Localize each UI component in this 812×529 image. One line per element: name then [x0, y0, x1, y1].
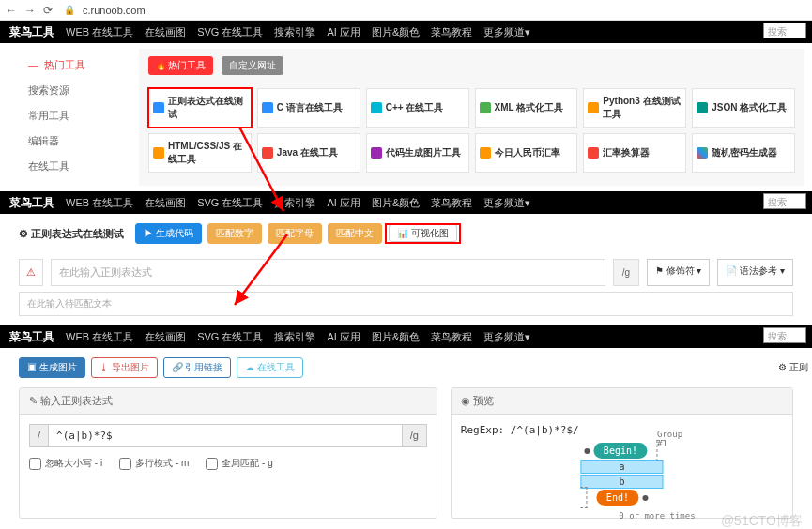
tool-py3[interactable]: Python3 在线测试工具 — [583, 88, 686, 128]
nav-item[interactable]: 菜鸟教程 — [431, 25, 472, 39]
flag-g[interactable]: 全局匹配 - g — [206, 457, 272, 470]
tool-regex[interactable]: 正则表达式在线测试 — [148, 88, 252, 128]
pwd-icon — [697, 147, 708, 159]
tag-hot[interactable]: 热门工具 — [148, 56, 213, 75]
sidebar-item[interactable]: 编辑器 — [28, 128, 131, 154]
brand[interactable]: 菜鸟工具 — [9, 329, 54, 345]
tool-pwd[interactable]: 随机密码生成器 — [692, 133, 795, 173]
tool-fx[interactable]: 汇率换算器 — [583, 133, 686, 173]
nav-reload-icon[interactable]: ⟳ — [43, 4, 53, 17]
flag-i[interactable]: 忽略大小写 - i — [29, 457, 102, 470]
flag-m[interactable]: 多行模式 - m — [119, 457, 189, 470]
match-cn-button[interactable]: 匹配中文 — [328, 223, 382, 244]
regex-value-input[interactable] — [49, 425, 402, 446]
nav-item[interactable]: 图片&颜色 — [372, 196, 420, 210]
address-url[interactable]: c.runoob.com — [83, 5, 806, 16]
sidebar-item[interactable]: 在线工具 — [28, 154, 131, 179]
nav-item[interactable]: SVG 在线工具 — [197, 196, 263, 210]
cpp-icon — [371, 102, 382, 113]
regex-icon — [153, 102, 164, 113]
sidebar-item-hot[interactable]: 热门工具 — [28, 53, 131, 78]
nav-item[interactable]: SVG 在线工具 — [197, 330, 263, 344]
tool-htmlcssjs[interactable]: HTML/CSS/JS 在线工具 — [148, 133, 252, 173]
nav-item[interactable]: WEB 在线工具 — [66, 196, 133, 210]
visual-button-highlight: 📊 可视化图 — [388, 226, 458, 241]
nav-item[interactable]: 图片&颜色 — [372, 25, 420, 39]
nav-search[interactable]: 搜索 — [763, 327, 806, 343]
regex-toolbar: 正则表达式在线测试 ▶ 生成代码 匹配数字 匹配字母 匹配中文 📊 可视化图 — [0, 214, 812, 253]
nav-item[interactable]: WEB 在线工具 — [66, 330, 133, 344]
match-alpha-button[interactable]: 匹配字母 — [268, 223, 322, 244]
brand[interactable]: 菜鸟工具 — [9, 24, 54, 40]
gen-img-button[interactable]: ▣ 生成图片 — [19, 357, 85, 378]
g-flag: /g — [613, 259, 639, 286]
nav-item[interactable]: AI 应用 — [327, 196, 360, 210]
end-node: End! — [597, 490, 638, 506]
nav-item[interactable]: AI 应用 — [327, 25, 360, 39]
nav-item[interactable]: 在线画图 — [145, 25, 186, 39]
tool-grid-area: 热门工具 自定义网址 正则表达式在线测试 C 语言在线工具 C++ 在线工具 X… — [139, 49, 804, 186]
tool-java[interactable]: Java 在线工具 — [257, 133, 360, 173]
regex-input[interactable]: 在此输入正则表达式 — [51, 259, 605, 286]
online-tool-button[interactable]: ☁ 在线工具 — [237, 357, 303, 378]
nav-item[interactable]: SVG 在线工具 — [197, 25, 263, 39]
nav-item[interactable]: AI 应用 — [327, 330, 360, 344]
nav-fwd-icon[interactable]: → — [24, 4, 36, 17]
nav-search[interactable]: 搜索 — [763, 23, 806, 38]
tool-json[interactable]: JSON 格式化工具 — [692, 88, 795, 128]
regex-tester-section: 正则表达式在线测试 ▶ 生成代码 匹配数字 匹配字母 匹配中文 📊 可视化图 ⚠… — [0, 214, 812, 316]
nav-item[interactable]: WEB 在线工具 — [66, 25, 133, 39]
top-nav-3: 菜鸟工具 WEB 在线工具 在线画图 SVG 在线工具 搜索引擎 AI 应用 图… — [0, 325, 812, 348]
match-number-button[interactable]: 匹配数字 — [207, 223, 262, 244]
token-b: b — [581, 475, 663, 489]
java-icon — [262, 147, 273, 159]
slash-left: / — [30, 425, 49, 446]
tool-cpp[interactable]: C++ 在线工具 — [366, 88, 469, 128]
visualizer-section: ▣ 生成图片 ⭳ 导出图片 🔗 引用链接 ☁ 在线工具 ⚙ 正则 输入正则表达式… — [0, 348, 812, 529]
nav-item[interactable]: 更多频道▾ — [483, 196, 530, 210]
start-dot — [585, 448, 590, 454]
regex-title: 正则表达式在线测试 — [19, 227, 124, 241]
tool-xml[interactable]: XML 格式化工具 — [475, 88, 578, 128]
json-icon — [697, 102, 708, 113]
nav-item[interactable]: 更多频道▾ — [483, 330, 530, 344]
slash-g: /g — [402, 425, 426, 446]
visualizer-toolbar: ▣ 生成图片 ⭳ 导出图片 🔗 引用链接 ☁ 在线工具 ⚙ 正则 — [0, 348, 812, 387]
nav-item[interactable]: 图片&颜色 — [372, 330, 420, 344]
brand[interactable]: 菜鸟工具 — [9, 195, 54, 211]
sidebar-item[interactable]: 搜索资源 — [28, 78, 131, 103]
ref-link-button[interactable]: 🔗 引用链接 — [163, 357, 232, 378]
nav-item[interactable]: 更多频道▾ — [483, 25, 530, 39]
visual-button[interactable]: 📊 可视化图 — [389, 224, 457, 242]
fx-icon — [588, 147, 599, 159]
nav-item[interactable]: 菜鸟教程 — [431, 330, 472, 344]
gen-code-button[interactable]: ▶ 生成代码 — [135, 223, 202, 244]
nav-item[interactable]: 在线画图 — [145, 196, 186, 210]
nav-search[interactable]: 搜索 — [763, 193, 806, 209]
input-panel: 输入正则表达式 / /g 忽略大小写 - i 多行模式 - m 全局匹配 - g — [19, 387, 437, 519]
nav-item[interactable]: 菜鸟教程 — [431, 196, 472, 210]
nav-item[interactable]: 搜索引擎 — [274, 25, 315, 39]
nav-item[interactable]: 搜索引擎 — [274, 196, 315, 210]
tag-custom[interactable]: 自定义网址 — [222, 56, 283, 75]
export-img-button[interactable]: ⭳ 导出图片 — [91, 357, 158, 378]
tools-section: 热门工具 搜索资源 常用工具 编辑器 在线工具 热门工具 自定义网址 正则表达式… — [0, 43, 812, 191]
sidebar-item[interactable]: 常用工具 — [28, 103, 131, 128]
begin-node: Begin! — [594, 443, 647, 459]
tool-rmb[interactable]: 今日人民币汇率 — [475, 133, 578, 173]
preview-panel: 预览 RegExp: /^(a|b)*?$/ Begin! Group #1 a… — [451, 387, 793, 519]
c-icon — [262, 102, 273, 113]
flags-row: 忽略大小写 - i 多行模式 - m 全局匹配 - g — [29, 457, 427, 470]
nav-item[interactable]: 搜索引擎 — [274, 330, 315, 344]
syntax-ref-button[interactable]: 语法参考 ▾ — [717, 259, 793, 286]
nav-back-icon[interactable]: ← — [6, 4, 17, 17]
tool-code2img[interactable]: 代码生成图片工具 — [366, 133, 469, 173]
loop-label: 0 or more times — [619, 511, 695, 521]
match-input[interactable]: 在此输入待匹配文本 — [19, 292, 793, 316]
modifier-button[interactable]: 修饰符 ▾ — [647, 259, 711, 286]
token-a: a — [581, 460, 663, 474]
nav-item[interactable]: 在线画图 — [145, 330, 186, 344]
tool-c[interactable]: C 语言在线工具 — [257, 88, 360, 128]
watermark: @51CTO博客 — [721, 513, 803, 529]
input-panel-header: 输入正则表达式 — [20, 388, 437, 415]
